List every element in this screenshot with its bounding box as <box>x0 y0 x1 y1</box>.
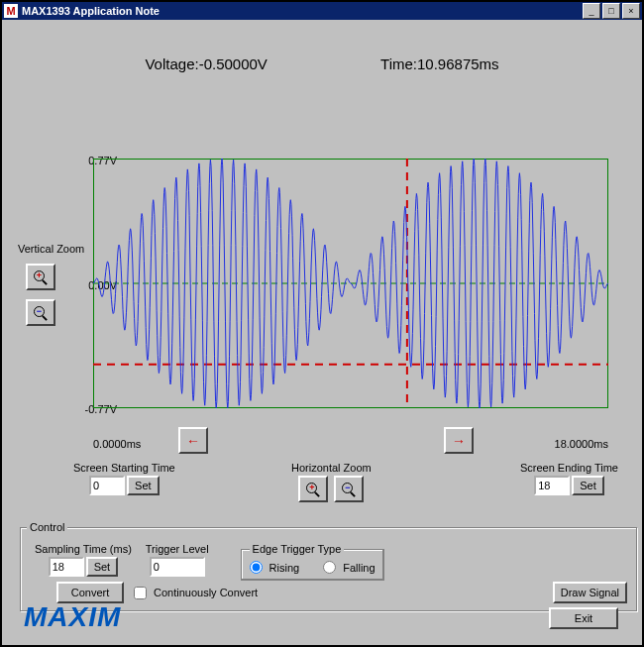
exit-button[interactable]: Exit <box>549 607 618 629</box>
edge-falling-radio[interactable] <box>323 561 336 574</box>
close-button[interactable]: × <box>622 3 640 19</box>
time-label: Time: <box>380 55 417 72</box>
app-icon: M <box>4 4 18 18</box>
screen-end-input[interactable] <box>534 476 570 495</box>
time-value: 10.96875ms <box>417 55 499 72</box>
zoom-in-icon: + <box>306 483 320 496</box>
arrow-right-icon: → <box>452 433 466 449</box>
screen-start-set-button[interactable]: Set <box>127 476 160 495</box>
signal-plot[interactable] <box>93 159 608 408</box>
horizontal-zoom-label: Horizontal Zoom <box>291 462 372 474</box>
continuous-convert-checkbox[interactable] <box>134 587 147 599</box>
client-area: Voltage:-0.50000V Time:10.96875ms 0.77V … <box>4 22 640 643</box>
control-fieldset: Control Sampling Time (ms) Set Trigger L… <box>20 521 638 612</box>
zoom-out-icon: − <box>342 483 356 496</box>
screen-start-group: Screen Starting Time Set <box>73 462 175 495</box>
control-legend: Control <box>27 521 67 533</box>
zoom-in-icon: + <box>34 270 48 284</box>
maximize-button[interactable]: □ <box>602 3 620 19</box>
edge-trigger-fieldset: Edge Trigger Type Rising Falling <box>241 543 384 581</box>
sampling-label: Sampling Time (ms) <box>35 543 132 555</box>
horizontal-zoom-out-button[interactable]: − <box>334 476 364 502</box>
window-title: MAX1393 Application Note <box>22 5 581 17</box>
vertical-zoom-out-button[interactable]: − <box>26 299 55 326</box>
screen-end-group: Screen Ending Time Set <box>520 462 618 495</box>
titlebar: M MAX1393 Application Note _ □ × <box>2 2 642 20</box>
zoom-out-icon: − <box>34 306 48 320</box>
xaxis-right-label: 18.0000ms <box>555 438 608 450</box>
app-window: M MAX1393 Application Note _ □ × Voltage… <box>0 0 644 647</box>
sampling-input[interactable] <box>49 557 84 577</box>
sampling-group: Sampling Time (ms) Set <box>35 543 132 577</box>
edge-trigger-legend: Edge Trigger Type <box>250 543 345 555</box>
maxim-logo: MAXIM <box>24 601 121 633</box>
voltage-value: -0.50000V <box>199 55 268 72</box>
screen-start-label: Screen Starting Time <box>73 462 175 474</box>
draw-signal-button[interactable]: Draw Signal <box>553 582 627 603</box>
sampling-set-button[interactable]: Set <box>86 557 119 577</box>
continuous-convert-option[interactable]: Continuously Convert <box>134 587 258 599</box>
voltage-label: Voltage: <box>145 55 198 72</box>
trigger-label: Trigger Level <box>146 543 209 555</box>
xaxis-left-label: 0.0000ms <box>93 438 141 450</box>
screen-end-set-button[interactable]: Set <box>572 476 604 495</box>
pan-left-button[interactable]: ← <box>178 427 208 454</box>
screen-start-input[interactable] <box>89 476 125 495</box>
screen-end-label: Screen Ending Time <box>520 462 618 474</box>
arrow-left-icon: ← <box>186 433 200 449</box>
edge-falling-option[interactable]: Falling <box>323 561 375 574</box>
trigger-level-input[interactable] <box>150 557 205 577</box>
vertical-zoom-label: Vertical Zoom <box>18 243 84 255</box>
pan-right-button[interactable]: → <box>444 427 474 454</box>
edge-rising-radio[interactable] <box>250 561 263 574</box>
horizontal-zoom-in-button[interactable]: + <box>298 476 328 502</box>
minimize-button[interactable]: _ <box>583 3 600 19</box>
cursor-readout: Voltage:-0.50000V Time:10.96875ms <box>4 55 640 72</box>
edge-rising-option[interactable]: Rising <box>250 561 300 574</box>
vertical-zoom-in-button[interactable]: + <box>26 264 55 290</box>
horizontal-zoom-group: Horizontal Zoom + − <box>291 462 372 502</box>
trigger-group: Trigger Level <box>146 543 209 577</box>
convert-button[interactable]: Convert <box>56 582 124 603</box>
